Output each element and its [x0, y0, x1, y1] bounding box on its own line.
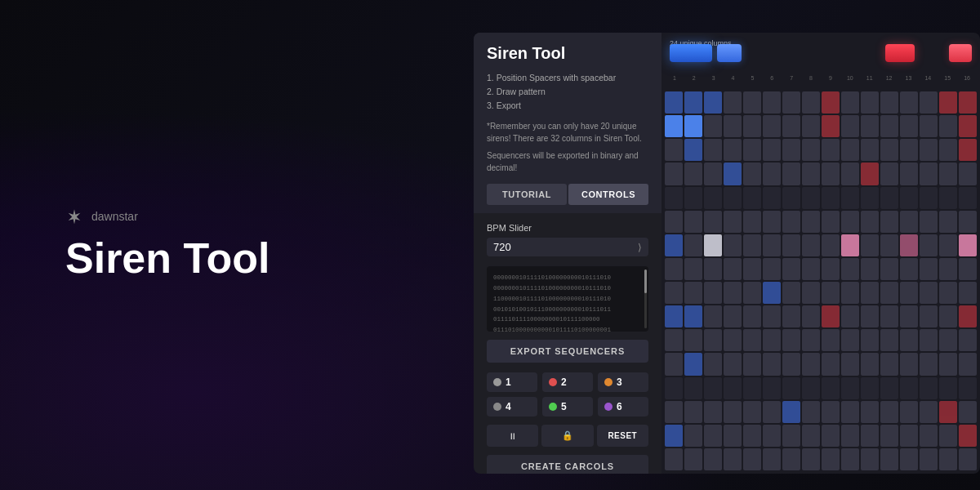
grid-cell-1-15[interactable] [959, 115, 977, 137]
grid-cell-4-5[interactable] [763, 187, 781, 209]
grid-cell-6-12[interactable] [900, 234, 918, 256]
grid-cell-4-4[interactable] [743, 187, 761, 209]
channel-button-6[interactable]: 6 [598, 397, 648, 416]
grid-cell-3-2[interactable] [704, 163, 722, 185]
grid-cell-5-15[interactable] [959, 211, 977, 233]
grid-cell-4-1[interactable] [684, 187, 702, 209]
grid-cell-6-14[interactable] [939, 234, 957, 256]
grid-cell-0-8[interactable] [822, 91, 840, 114]
grid-cell-2-12[interactable] [900, 139, 918, 161]
grid-cell-4-0[interactable] [665, 187, 683, 209]
grid-cell-8-0[interactable] [665, 282, 683, 304]
grid-cell-3-0[interactable] [665, 163, 683, 185]
grid-cell-7-3[interactable] [724, 258, 742, 280]
grid-cell-0-0[interactable] [665, 91, 683, 114]
grid-cell-13-3[interactable] [724, 401, 742, 423]
grid-cell-11-6[interactable] [782, 353, 800, 375]
grid-cell-7-13[interactable] [920, 258, 938, 280]
grid-cell-11-7[interactable] [802, 353, 820, 375]
grid-cell-13-15[interactable] [959, 401, 977, 423]
grid-cell-11-5[interactable] [763, 353, 781, 375]
grid-cell-13-7[interactable] [802, 401, 820, 423]
grid-cell-2-8[interactable] [822, 139, 840, 161]
grid-cell-8-3[interactable] [724, 282, 742, 304]
grid-cell-12-14[interactable] [939, 377, 957, 399]
grid-cell-3-10[interactable] [861, 163, 879, 185]
grid-cell-8-15[interactable] [959, 282, 977, 304]
grid-cell-12-10[interactable] [861, 377, 879, 399]
grid-cell-11-1[interactable] [684, 353, 702, 375]
grid-cell-5-10[interactable] [861, 211, 879, 233]
grid-cell-4-8[interactable] [822, 187, 840, 209]
grid-cell-9-3[interactable] [724, 305, 742, 327]
grid-cell-0-5[interactable] [763, 91, 781, 114]
channel-button-4[interactable]: 4 [487, 397, 537, 416]
grid-cell-6-4[interactable] [743, 234, 761, 256]
grid-cell-11-15[interactable] [959, 353, 977, 375]
grid-cell-4-9[interactable] [841, 187, 859, 209]
grid-cell-2-15[interactable] [959, 139, 977, 161]
grid-cell-14-7[interactable] [802, 425, 820, 447]
grid-cell-13-5[interactable] [763, 401, 781, 423]
grid-cell-6-2[interactable] [704, 234, 722, 256]
tab-tutorial[interactable]: TUTORIAL [487, 184, 567, 205]
binary-scrollbar[interactable] [644, 270, 647, 328]
grid-cell-6-6[interactable] [782, 234, 800, 256]
grid-cell-14-8[interactable] [822, 425, 840, 447]
grid-cell-9-9[interactable] [841, 305, 859, 327]
grid-cell-7-14[interactable] [939, 258, 957, 280]
grid-cell-2-14[interactable] [939, 139, 957, 161]
grid-cell-0-4[interactable] [743, 91, 761, 114]
grid-cell-4-10[interactable] [861, 187, 879, 209]
grid-cell-7-2[interactable] [704, 258, 722, 280]
grid-cell-7-7[interactable] [802, 258, 820, 280]
grid-cell-10-4[interactable] [743, 329, 761, 351]
grid-cell-3-15[interactable] [959, 163, 977, 185]
grid-cell-12-13[interactable] [920, 377, 938, 399]
grid-cell-0-6[interactable] [782, 91, 800, 114]
grid-cell-10-6[interactable] [782, 329, 800, 351]
grid-cell-15-4[interactable] [743, 448, 761, 470]
grid-cell-11-3[interactable] [724, 353, 742, 375]
grid-cell-6-7[interactable] [802, 234, 820, 256]
grid-cell-8-4[interactable] [743, 282, 761, 304]
grid-cell-4-2[interactable] [704, 187, 722, 209]
grid-cell-9-15[interactable] [959, 305, 977, 327]
grid-cell-7-5[interactable] [763, 258, 781, 280]
grid-cell-3-5[interactable] [763, 163, 781, 185]
grid-cell-0-11[interactable] [880, 91, 898, 114]
grid-cell-11-2[interactable] [704, 353, 722, 375]
grid-cell-12-1[interactable] [684, 377, 702, 399]
grid-cell-8-8[interactable] [822, 282, 840, 304]
grid-cell-11-12[interactable] [900, 353, 918, 375]
grid-cell-3-1[interactable] [684, 163, 702, 185]
grid-cell-14-5[interactable] [763, 425, 781, 447]
grid-cell-1-9[interactable] [841, 115, 859, 137]
grid-cell-1-5[interactable] [763, 115, 781, 137]
grid-cell-5-14[interactable] [939, 211, 957, 233]
channel-button-1[interactable]: 1 [487, 372, 537, 392]
grid-cell-6-3[interactable] [724, 234, 742, 256]
grid-cell-8-5[interactable] [763, 282, 781, 304]
grid-cell-12-3[interactable] [724, 377, 742, 399]
grid-cell-15-8[interactable] [822, 448, 840, 470]
grid-cell-11-14[interactable] [939, 353, 957, 375]
grid-cell-3-13[interactable] [920, 163, 938, 185]
grid-cell-6-9[interactable] [841, 234, 859, 256]
grid-cell-3-11[interactable] [880, 163, 898, 185]
grid-cell-10-12[interactable] [900, 329, 918, 351]
grid-cell-1-0[interactable] [665, 115, 683, 137]
grid-cell-8-11[interactable] [880, 282, 898, 304]
grid-cell-8-6[interactable] [782, 282, 800, 304]
grid-cell-1-11[interactable] [880, 115, 898, 137]
grid-cell-2-10[interactable] [861, 139, 879, 161]
grid-cell-6-11[interactable] [880, 234, 898, 256]
grid-cell-1-1[interactable] [684, 115, 702, 137]
grid-cell-8-12[interactable] [900, 282, 918, 304]
grid-cell-13-11[interactable] [880, 401, 898, 423]
grid-cell-7-15[interactable] [959, 258, 977, 280]
grid-cell-0-13[interactable] [920, 91, 938, 114]
grid-cell-15-13[interactable] [920, 448, 938, 470]
grid-cell-8-7[interactable] [802, 282, 820, 304]
grid-cell-7-1[interactable] [684, 258, 702, 280]
